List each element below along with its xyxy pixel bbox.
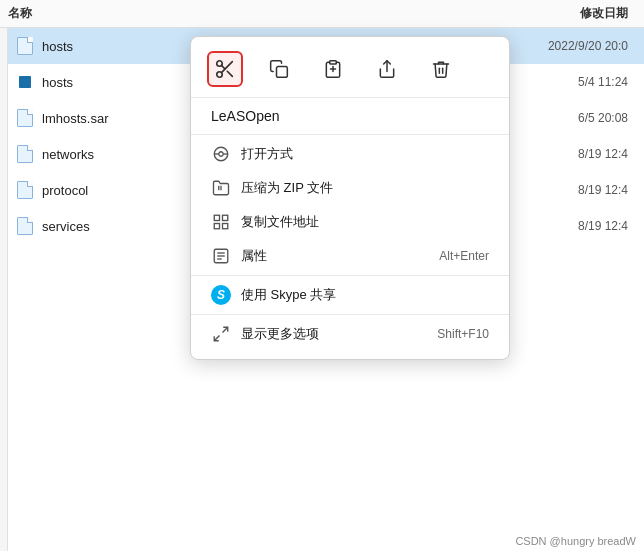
svg-rect-5 xyxy=(277,67,288,78)
context-toolbar xyxy=(191,45,509,98)
paste-button[interactable] xyxy=(315,51,351,87)
svg-line-3 xyxy=(227,71,232,76)
paste-icon xyxy=(323,59,343,79)
svg-line-24 xyxy=(223,327,228,332)
delete-button[interactable] xyxy=(423,51,459,87)
open-with-icon xyxy=(211,144,231,164)
watermark: CSDN @hungry breadW xyxy=(515,535,636,547)
copy-path-left: 复制文件地址 xyxy=(211,212,319,232)
divider-2 xyxy=(191,275,509,276)
divider-1 xyxy=(191,134,509,135)
properties-item[interactable]: 属性 Alt+Enter xyxy=(191,239,509,273)
more-options-item[interactable]: 显示更多选项 Shift+F10 xyxy=(191,317,509,351)
file-icon xyxy=(16,37,34,55)
open-with-left: 打开方式 xyxy=(211,144,293,164)
svg-rect-19 xyxy=(214,224,219,229)
copy-icon xyxy=(269,59,289,79)
more-options-icon xyxy=(211,324,231,344)
skype-left: S 使用 Skype 共享 xyxy=(211,285,336,305)
share-button[interactable] xyxy=(369,51,405,87)
properties-shortcut: Alt+Enter xyxy=(439,249,489,263)
leasopen-label: LeASOpen xyxy=(211,108,280,124)
properties-left: 属性 xyxy=(211,246,267,266)
file-icon xyxy=(16,109,34,127)
skype-icon: S xyxy=(211,285,231,305)
explorer-window: 名称 修改日期 hosts 2022/9/20 20:0 hosts 5/4 1… xyxy=(0,0,644,551)
file-date: 6/5 20:08 xyxy=(578,111,628,125)
share-icon xyxy=(377,59,397,79)
file-date: 2022/9/20 20:0 xyxy=(548,39,628,53)
copy-button[interactable] xyxy=(261,51,297,87)
leasopen-item[interactable]: LeASOpen xyxy=(191,102,509,132)
skype-item[interactable]: S 使用 Skype 共享 xyxy=(191,278,509,312)
file-date: 5/4 11:24 xyxy=(578,75,628,89)
svg-rect-6 xyxy=(330,61,337,64)
file-icon xyxy=(16,145,34,163)
svg-point-11 xyxy=(219,152,224,157)
file-date: 8/19 12:4 xyxy=(578,147,628,161)
properties-icon xyxy=(211,246,231,266)
svg-rect-16 xyxy=(214,215,219,220)
zip-icon xyxy=(211,178,231,198)
file-icon xyxy=(16,73,34,91)
file-date: 8/19 12:4 xyxy=(578,183,628,197)
svg-line-25 xyxy=(214,336,219,341)
open-with-label: 打开方式 xyxy=(241,145,293,163)
open-with-item[interactable]: 打开方式 xyxy=(191,137,509,171)
more-options-label: 显示更多选项 xyxy=(241,325,319,343)
skype-label: 使用 Skype 共享 xyxy=(241,286,336,304)
file-icon xyxy=(16,217,34,235)
divider-3 xyxy=(191,314,509,315)
copy-path-icon xyxy=(211,212,231,232)
svg-rect-17 xyxy=(223,215,228,220)
more-options-left: 显示更多选项 xyxy=(211,324,319,344)
file-date: 8/19 12:4 xyxy=(578,219,628,233)
more-options-shortcut: Shift+F10 xyxy=(437,327,489,341)
zip-label: 压缩为 ZIP 文件 xyxy=(241,179,333,197)
context-menu: LeASOpen 打开方式 xyxy=(190,36,510,360)
zip-item[interactable]: 压缩为 ZIP 文件 xyxy=(191,171,509,205)
properties-label: 属性 xyxy=(241,247,267,265)
file-icon xyxy=(16,181,34,199)
cut-button[interactable] xyxy=(207,51,243,87)
trash-icon xyxy=(431,59,451,79)
copy-path-item[interactable]: 复制文件地址 xyxy=(191,205,509,239)
svg-line-4 xyxy=(221,65,225,69)
col-date-header: 修改日期 xyxy=(580,5,628,22)
copy-path-label: 复制文件地址 xyxy=(241,213,319,231)
svg-rect-18 xyxy=(223,224,228,229)
col-name-header: 名称 xyxy=(8,5,208,22)
scissors-icon xyxy=(214,58,236,80)
column-headers: 名称 修改日期 xyxy=(0,0,644,28)
zip-left: 压缩为 ZIP 文件 xyxy=(211,178,333,198)
